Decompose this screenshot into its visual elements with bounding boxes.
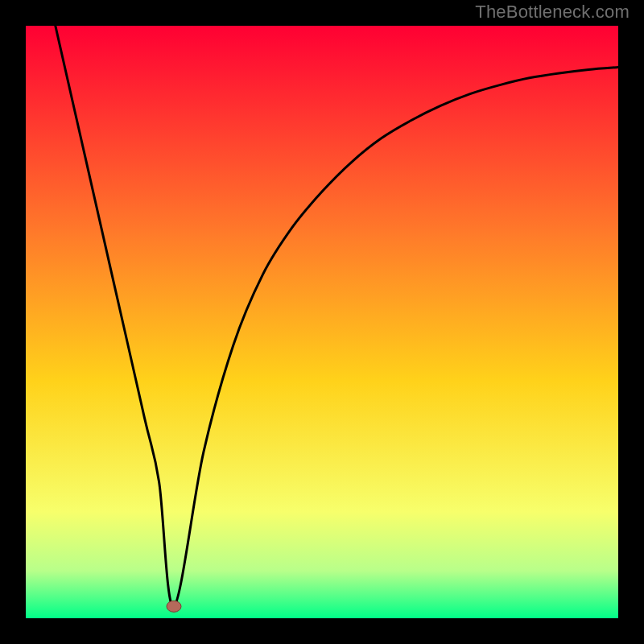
chart-frame: TheBottleneck.com [0, 0, 644, 644]
plot-svg [26, 26, 618, 618]
optimal-point-marker [167, 601, 181, 612]
watermark-label: TheBottleneck.com [475, 2, 630, 23]
gradient-background [26, 26, 618, 618]
plot-area [26, 26, 618, 618]
